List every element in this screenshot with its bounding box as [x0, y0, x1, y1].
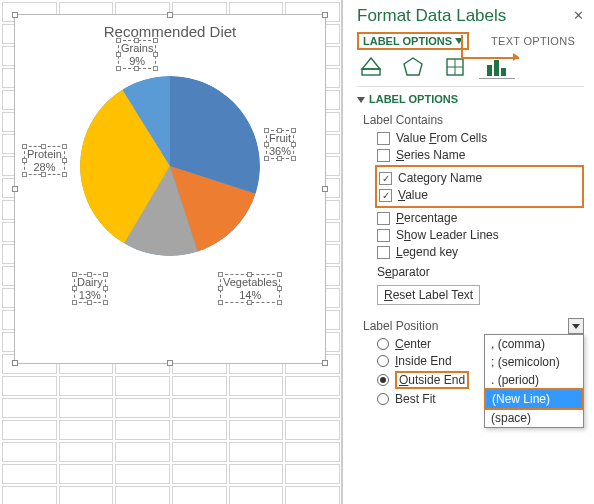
- dd-period[interactable]: . (period): [485, 371, 583, 389]
- label-contains-heading: Label Contains: [363, 113, 584, 127]
- worksheet[interactable]: Recommended Diet Fruit36% Vegetables14%: [0, 0, 342, 504]
- dl-val: 28%: [33, 161, 55, 173]
- pie-chart[interactable]: Fruit36% Vegetables14% Dairy13% Protein2…: [80, 76, 260, 256]
- chk-value[interactable]: Value: [379, 188, 580, 202]
- dl-val: 9%: [129, 55, 145, 67]
- reset-label-text-button[interactable]: Reset Label Text: [377, 285, 480, 305]
- dl-cat: Protein: [27, 148, 62, 160]
- dl-val: 13%: [79, 289, 101, 301]
- dl-cat: Vegetables: [223, 276, 277, 288]
- data-label-protein[interactable]: Protein28%: [24, 146, 65, 175]
- dl-cat: Grains: [121, 42, 153, 54]
- pane-title: Format Data Labels: [357, 6, 584, 26]
- separator-label: Separator: [377, 265, 430, 279]
- svg-marker-2: [362, 58, 380, 69]
- chk-series-name[interactable]: Series Name: [377, 148, 584, 162]
- dd-space[interactable]: (space): [485, 409, 583, 427]
- dl-val: 14%: [239, 289, 261, 301]
- close-icon[interactable]: ✕: [573, 8, 584, 23]
- dl-cat: Fruit: [269, 132, 291, 144]
- label-position-heading: Label Position: [363, 319, 584, 333]
- section-label-options[interactable]: LABEL OPTIONS: [357, 93, 584, 105]
- data-label-dairy[interactable]: Dairy13%: [74, 274, 106, 303]
- pie-plot: [80, 76, 260, 256]
- dl-val: 36%: [269, 145, 291, 157]
- data-label-grains[interactable]: Grains9%: [118, 40, 156, 69]
- chart-object[interactable]: Recommended Diet Fruit36% Vegetables14%: [14, 14, 326, 364]
- chk-show-leader-lines[interactable]: Show Leader Lines: [377, 228, 584, 242]
- svg-rect-8: [487, 65, 492, 76]
- separator-dropdown-toggle[interactable]: [568, 318, 584, 334]
- separator-dropdown[interactable]: , (comma) ; (semicolon) . (period) (New …: [484, 334, 584, 428]
- effects-icon[interactable]: [401, 56, 425, 78]
- tab-label-options[interactable]: LABEL OPTIONS: [357, 32, 469, 50]
- chk-category-name[interactable]: Category Name: [379, 171, 580, 185]
- dd-semicolon[interactable]: ; (semicolon): [485, 353, 583, 371]
- svg-rect-3: [362, 69, 380, 75]
- dl-cat: Dairy: [77, 276, 103, 288]
- svg-marker-4: [404, 58, 422, 75]
- dd-newline[interactable]: (New Line): [486, 390, 582, 408]
- label-options-icon[interactable]: [485, 56, 509, 78]
- chart-title[interactable]: Recommended Diet: [15, 15, 325, 40]
- format-data-labels-pane: Format Data Labels ✕ LABEL OPTIONS TEXT …: [342, 0, 594, 504]
- chk-legend-key[interactable]: Legend key: [377, 245, 584, 259]
- fill-line-icon[interactable]: [359, 56, 383, 78]
- dd-comma[interactable]: , (comma): [485, 335, 583, 353]
- chk-value-from-cells[interactable]: Value From Cells: [377, 131, 584, 145]
- svg-rect-9: [494, 60, 499, 76]
- data-label-vegetables[interactable]: Vegetables14%: [220, 274, 280, 303]
- svg-rect-10: [501, 68, 506, 76]
- data-label-fruit[interactable]: Fruit36%: [266, 130, 294, 159]
- chk-percentage[interactable]: Percentage: [377, 211, 584, 225]
- highlight-category-value: Category Name Value: [375, 165, 584, 208]
